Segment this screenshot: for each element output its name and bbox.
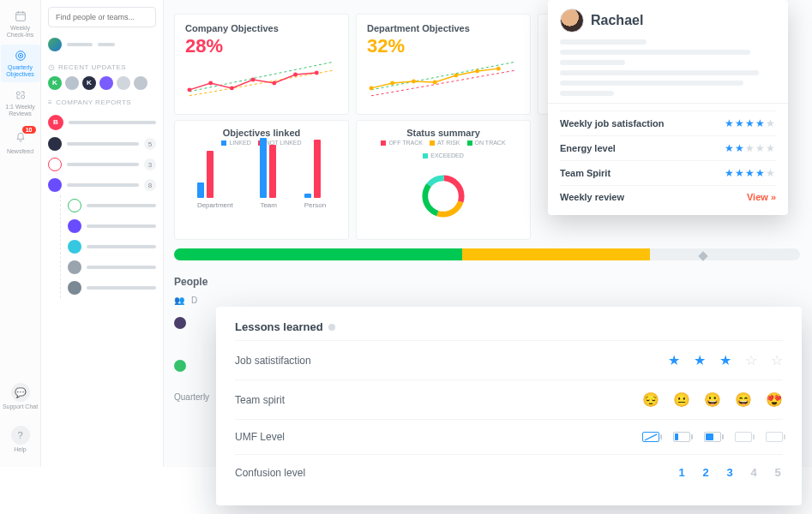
nav-weekly-reviews[interactable]: 1:1 Weekly Reviews — [1, 84, 40, 122]
svg-point-13 — [315, 71, 319, 75]
emoji-grin-icon[interactable]: 😄 — [735, 391, 752, 408]
svg-point-3 — [20, 55, 21, 56]
lesson-row-satisfaction: Job satistifaction ★★★☆☆ — [235, 340, 783, 380]
svg-point-20 — [496, 67, 501, 71]
people-filter[interactable]: 👥D — [174, 296, 197, 305]
popover-metric-row: Weekly job satisfaction ★★★★★ — [560, 111, 776, 135]
svg-point-11 — [272, 81, 276, 85]
notification-badge: 10 — [22, 126, 36, 134]
star-rating: ★★★★★ — [725, 117, 776, 129]
report-row[interactable]: B — [48, 111, 156, 134]
list-icon: ≡ — [48, 99, 52, 106]
popover-metric-row: Energy level ★★★★★ — [560, 135, 776, 160]
company-objectives-card[interactable]: Company Objectives 28% — [174, 14, 349, 115]
person-name: Rachael — [591, 13, 643, 28]
nav-quarterly-objectives[interactable]: Quarterly Objectives — [1, 45, 40, 82]
sidebar: RECENT UPDATES K K ≡ COMPANY REPORTS B 5… — [41, 0, 164, 467]
svg-rect-0 — [15, 12, 25, 21]
people-section-title: People — [174, 276, 208, 288]
nav-newsfeed[interactable]: 10 Newsfeed — [1, 123, 40, 161]
star-rating: ★★★★★ — [725, 167, 776, 179]
star-input[interactable]: ★★★☆☆ — [668, 352, 783, 368]
status-summary-card[interactable]: Status summary OFF TRACK AT RISK ON TRAC… — [356, 120, 531, 240]
search-input[interactable] — [48, 7, 156, 27]
target-icon — [14, 49, 27, 63]
popover-review-row: Weekly review View » — [560, 185, 776, 208]
emoji-smile-icon[interactable]: 😀 — [704, 391, 721, 408]
emoji-neutral-icon[interactable]: 😐 — [673, 391, 690, 408]
svg-point-12 — [293, 73, 298, 77]
report-tree — [60, 195, 156, 298]
people-swap-icon — [14, 88, 27, 102]
clock-icon — [48, 64, 55, 71]
lesson-row-umf: UMF Level — [235, 419, 783, 454]
tree-row[interactable] — [68, 278, 156, 298]
svg-line-33 — [645, 434, 657, 440]
nav-support-chat[interactable]: 💬 Support Chat — [1, 378, 40, 415]
svg-point-9 — [230, 86, 234, 90]
svg-point-8 — [208, 81, 213, 85]
nav-help[interactable]: ? Help — [1, 421, 40, 458]
star-rating: ★★★★★ — [725, 142, 776, 154]
report-row[interactable]: 8 — [48, 175, 156, 195]
popover-metric-row: Team Spirit ★★★★★ — [560, 160, 776, 185]
department-objectives-pct: 32% — [367, 35, 520, 57]
person-popover: Rachael Weekly job satisfaction ★★★★★ En… — [548, 0, 788, 215]
lessons-learned-card: Lessons learned Job satistifaction ★★★☆☆… — [216, 307, 802, 505]
battery-low-icon[interactable] — [673, 432, 690, 442]
status-legend: OFF TRACK AT RISK ON TRACK EXCEEDED — [365, 140, 521, 158]
objectives-linked-card[interactable]: Objectives linked LINKED NOT LINKED Depa… — [174, 120, 349, 240]
people-pair-icon: 👥 — [174, 296, 184, 305]
sparkline-icon — [367, 57, 520, 100]
battery-dead-icon[interactable] — [642, 432, 659, 442]
lessons-title: Lessons learned — [235, 320, 783, 333]
svg-point-10 — [251, 78, 256, 82]
sidebar-recent-heading: RECENT UPDATES — [48, 63, 156, 71]
battery-high-icon[interactable] — [735, 432, 752, 442]
nav-rail: Weekly Check-Ins Quarterly Objectives 1:… — [0, 0, 41, 467]
linked-bar-chart: Department Team Person — [183, 149, 340, 209]
view-link[interactable]: View » — [747, 192, 776, 202]
nav-weekly-checkins[interactable]: Weekly Check-Ins — [1, 5, 40, 43]
number-scale-input[interactable]: 1 2 3 4 5 — [677, 466, 783, 479]
svg-point-16 — [412, 79, 416, 83]
svg-point-4 — [16, 92, 20, 95]
emoji-sad-icon[interactable]: 😔 — [642, 391, 659, 408]
svg-point-18 — [454, 74, 458, 78]
bell-icon: 10 — [14, 129, 27, 146]
battery-mid-icon[interactable] — [704, 432, 721, 442]
person-row[interactable] — [174, 317, 186, 329]
sidebar-reports-heading: ≡ COMPANY REPORTS — [48, 99, 156, 106]
sparkline-icon — [185, 57, 338, 100]
person-row[interactable] — [174, 360, 186, 372]
tree-row[interactable] — [68, 195, 156, 216]
svg-point-17 — [433, 80, 437, 84]
quarterly-label: Quarterly — [174, 392, 209, 402]
sidebar-current-user[interactable] — [48, 34, 156, 55]
chat-icon: 💬 — [11, 383, 30, 402]
svg-point-14 — [369, 86, 373, 90]
company-objectives-pct: 28% — [185, 35, 338, 57]
svg-point-7 — [187, 87, 191, 92]
battery-full-icon[interactable] — [766, 432, 783, 442]
svg-point-15 — [390, 81, 394, 85]
emoji-hearteyes-icon[interactable]: 😍 — [766, 391, 783, 408]
report-row[interactable]: 3 — [48, 154, 156, 175]
overall-progress-bar[interactable] — [174, 248, 800, 264]
tree-row[interactable] — [68, 236, 156, 257]
avatar — [560, 9, 584, 33]
tree-row[interactable] — [68, 257, 156, 278]
tree-row[interactable] — [68, 216, 156, 236]
battery-input[interactable] — [642, 432, 783, 442]
emoji-input[interactable]: 😔 😐 😀 😄 😍 — [642, 391, 783, 408]
help-icon: ? — [11, 426, 30, 445]
lesson-row-confusion: Confusion level 1 2 3 4 5 — [235, 454, 783, 490]
department-objectives-card[interactable]: Department Objectives 32% — [356, 14, 531, 115]
svg-point-5 — [21, 95, 24, 99]
report-row[interactable]: 5 — [48, 134, 156, 154]
calendar-icon — [14, 9, 27, 23]
lesson-row-team-spirit: Team spirit 😔 😐 😀 😄 😍 — [235, 380, 783, 419]
donut-chart-icon — [419, 172, 467, 220]
dot-icon — [328, 324, 335, 331]
recent-avatar-list[interactable]: K K — [48, 76, 156, 90]
